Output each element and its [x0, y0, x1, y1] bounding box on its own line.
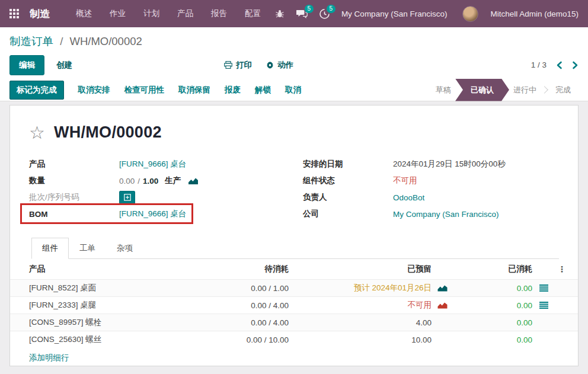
menu-item-报告[interactable]: 报告	[202, 9, 236, 18]
status-step-进行中[interactable]: 进行中	[506, 79, 544, 101]
field-quantity: 数量 0.00 / 1.00 生产	[29, 172, 285, 189]
menu-item-概述[interactable]: 概述	[67, 9, 101, 18]
print-button[interactable]: 打印	[224, 60, 252, 71]
cell-product[interactable]: [FURN_2333] 桌腿	[10, 297, 199, 314]
cell-reserved-value[interactable]: 4.00	[416, 318, 432, 327]
bom-label: BOM	[29, 210, 119, 219]
field-groups: 产品 [FURN_9666] 桌台 数量 0.00 / 1.00 生产 批次/序…	[29, 156, 559, 222]
systray: 5 5 My Company (San Francisco) Mitchell …	[275, 6, 579, 22]
app-menu: 概述作业计划产品报告配置	[67, 0, 270, 27]
cell-spacer	[553, 314, 578, 331]
forecast-chart-icon[interactable]	[188, 177, 199, 185]
component-status-label: 组件状态	[303, 175, 393, 186]
component-row[interactable]: [FURN_8522] 桌面0.00 / 1.00预计 2024年01月26日0…	[10, 280, 578, 297]
cell-consumed[interactable]: 0.00	[452, 297, 553, 314]
status-step-已确认[interactable]: 已确认	[455, 79, 509, 101]
component-row[interactable]: [CONS_89957] 螺栓0.00 / 4.004.000.00	[10, 314, 578, 331]
cell-reserved[interactable]: 不可用	[293, 297, 452, 314]
tab-组件[interactable]: 组件	[31, 238, 69, 259]
print-label: 打印	[236, 60, 252, 71]
components-table: 产品 待消耗 已预留 已消耗 ⋮ [FURN_8522] 桌面0.00 / 1.…	[10, 259, 578, 348]
component-row[interactable]: [CONS_25630] 螺丝0.00 / 10.0010.000.00	[10, 331, 578, 349]
cell-to-consume[interactable]: 0.00 / 4.00	[199, 314, 293, 331]
cell-reserved-value[interactable]: 不可用	[408, 300, 432, 311]
statusbar-button-取消安排[interactable]: 取消安排	[78, 85, 110, 95]
tab-杂项[interactable]: 杂项	[106, 238, 143, 259]
breadcrumb-parent-link[interactable]: 制造订单	[9, 35, 53, 47]
header-product[interactable]: 产品	[10, 259, 199, 280]
messages-icon[interactable]: 5	[296, 9, 308, 18]
tab-工单[interactable]: 工单	[69, 238, 106, 259]
field-scheduled-date: 安排的日期 2024年01月29日 15时00分00秒	[303, 156, 559, 172]
menu-item-作业[interactable]: 作业	[101, 9, 135, 18]
consumed-details-list-icon[interactable]	[538, 285, 548, 292]
control-panel-buttons: 编辑 创建 打印 动作 1 / 3	[9, 55, 579, 75]
reserved-forecast-chart-icon[interactable]	[437, 285, 448, 292]
status-step-草稿[interactable]: 草稿	[428, 79, 459, 101]
cell-product[interactable]: [CONS_25630] 螺丝	[10, 331, 199, 349]
field-component-status: 组件状态 不可用	[303, 172, 559, 189]
cell-spacer	[553, 331, 578, 349]
statusbar-button-取消保留[interactable]: 取消保留	[178, 85, 210, 95]
action-button[interactable]: 动作	[266, 60, 293, 71]
apps-menu-icon[interactable]	[9, 9, 19, 18]
menu-item-产品[interactable]: 产品	[168, 9, 202, 18]
activities-badge: 5	[327, 5, 335, 13]
scheduled-date-label: 安排的日期	[303, 159, 393, 170]
reserved-forecast-chart-icon[interactable]	[437, 302, 448, 309]
statusbar-button-解锁[interactable]: 解锁	[255, 85, 271, 95]
record-title: WH/MO/00002	[54, 123, 162, 142]
responsible-label: 负责人	[303, 192, 393, 203]
statusbar-button-取消[interactable]: 取消	[285, 85, 301, 95]
cell-spacer	[553, 280, 578, 297]
company-switcher[interactable]: My Company (San Francisco)	[341, 9, 448, 18]
cell-product[interactable]: [FURN_8522] 桌面	[10, 280, 199, 297]
debug-bug-icon[interactable]	[275, 9, 285, 18]
menu-item-配置[interactable]: 配置	[236, 9, 270, 18]
cell-consumed[interactable]: 0.00	[452, 280, 553, 297]
create-button[interactable]: 创建	[56, 60, 72, 71]
cell-consumed-value: 0.00	[517, 335, 532, 344]
company-value-link[interactable]: My Company (San Francisco)	[393, 210, 499, 219]
add-lot-button[interactable]	[119, 191, 135, 204]
menu-item-计划[interactable]: 计划	[135, 9, 168, 18]
cell-consumed[interactable]: 0.00	[452, 314, 553, 331]
statusbar-button-标记为完成[interactable]: 标记为完成	[9, 81, 64, 100]
header-consumed[interactable]: 已消耗	[452, 259, 553, 280]
pager-count: 1 / 3	[531, 60, 547, 69]
add-line-link[interactable]: 添加明细行	[10, 348, 69, 363]
cell-reserved-value[interactable]: 预计 2024年01月26日	[354, 283, 432, 293]
quantity-label: 数量	[29, 175, 119, 186]
cell-reserved[interactable]: 4.00	[293, 314, 452, 331]
cell-reserved-value[interactable]: 10.00	[411, 335, 432, 344]
favorite-star-icon[interactable]: ☆	[29, 124, 45, 142]
field-lot: 批次/序列号码	[29, 189, 285, 206]
user-avatar[interactable]	[462, 6, 478, 22]
header-to-consume[interactable]: 待消耗	[199, 259, 293, 280]
pager-next-icon[interactable]	[572, 61, 579, 69]
status-step-完成[interactable]: 完成	[548, 79, 579, 101]
activities-clock-icon[interactable]: 5	[319, 9, 330, 19]
product-value-link[interactable]: [FURN_9666] 桌台	[119, 159, 186, 170]
cell-to-consume[interactable]: 0.00 / 1.00	[199, 280, 293, 297]
cell-to-consume[interactable]: 0.00 / 10.00	[199, 331, 293, 349]
bom-value-link[interactable]: [FURN_9666] 桌台	[119, 209, 186, 219]
app-name[interactable]: 制造	[30, 7, 50, 21]
cell-product[interactable]: [CONS_89957] 螺栓	[10, 314, 199, 331]
statusbar-button-检查可用性[interactable]: 检查可用性	[124, 85, 165, 95]
cell-to-consume[interactable]: 0.00 / 4.00	[199, 297, 293, 314]
header-reserved[interactable]: 已预留	[293, 259, 452, 280]
consumed-details-list-icon[interactable]	[538, 302, 548, 309]
produce-button[interactable]: 生产	[165, 175, 181, 186]
cell-consumed[interactable]: 0.00	[452, 331, 553, 349]
responsible-value-link[interactable]: OdooBot	[393, 193, 424, 202]
cell-reserved[interactable]: 预计 2024年01月26日	[293, 280, 452, 297]
statusbar-button-报废[interactable]: 报废	[225, 85, 241, 95]
edit-button[interactable]: 编辑	[9, 55, 44, 75]
user-menu[interactable]: Mitchell Admin (demo15)	[490, 9, 579, 18]
component-row[interactable]: [FURN_2333] 桌腿0.00 / 4.00不可用0.00	[10, 297, 578, 314]
breadcrumb-current: WH/MO/00002	[69, 35, 142, 47]
cell-reserved[interactable]: 10.00	[293, 331, 452, 349]
optional-columns-icon[interactable]: ⋮	[553, 259, 578, 280]
pager-previous-icon[interactable]	[556, 61, 563, 69]
